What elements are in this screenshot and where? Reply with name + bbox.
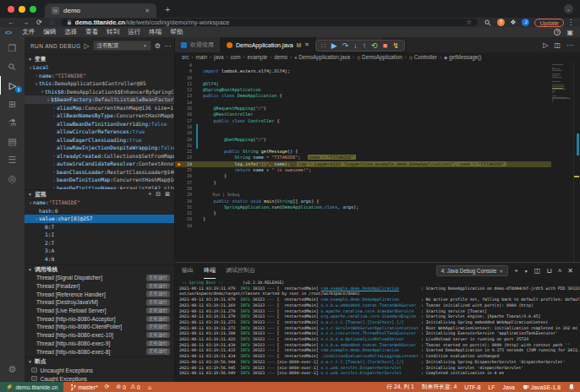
thread-row[interactable]: Thread [Finalizer]正在运行 [25,282,174,291]
explorer-icon[interactable]: ❐ [0,39,25,57]
tree-row[interactable]: ∨$$beanFactory: DefaultListableBeanFacto… [25,95,174,104]
code-editor[interactable]: 89import lombok.extern.slf4j.Slf4j;1011@… [175,61,580,262]
search-icon[interactable]: ⚲ [0,57,25,76]
tree-row[interactable]: 1: I [25,231,174,239]
sync-changes-item[interactable]: ⟳ [105,384,110,390]
layers-icon[interactable]: ☰ [0,150,25,169]
thread-row[interactable]: Thread [Live Reload Server]正在运行 [25,307,174,315]
step-over-icon[interactable]: ↷ [342,41,349,50]
reload-icon[interactable]: ⟳ [36,18,42,27]
extensions-puzzle-icon[interactable]: ❖ [510,19,516,26]
help-icon[interactable]: ? [554,29,561,35]
window-maximize-button[interactable] [30,6,36,13]
home-icon[interactable]: ⌂ [50,18,54,27]
tree-row[interactable]: allowBeanDefinitionOverriding: false [25,120,174,128]
tree-row[interactable]: hash: 0 [25,207,174,215]
thread-row[interactable]: Thread [http-nio-8080-ClientPoller]正在运行 [25,323,174,331]
browser-profile-avatar[interactable]: J [522,19,529,26]
breadcrumb-item[interactable]: demo [274,54,287,60]
hot-swap-icon[interactable]: ↯ [392,41,399,50]
layout-icon[interactable]: ▣ [566,29,573,36]
breadcrumb-item[interactable]: ◇ DemoApplication [357,54,402,60]
new-terminal-icon[interactable]: + [514,267,518,275]
browser-menu-icon[interactable]: ⋮ [567,19,574,26]
test-beaker-icon[interactable]: ⚗ [0,113,25,132]
variables-header[interactable]: ▼ 变量 [25,55,174,63]
window-close-button[interactable] [8,6,14,13]
panel-tab[interactable]: 终端 [204,263,216,279]
thread-row[interactable]: Thread [http-nio-8080-Acceptor]正在运行 [25,314,174,323]
line-number[interactable]: 13 [175,93,195,99]
add-watch-icon[interactable]: + [148,191,151,198]
step-out-icon[interactable]: ↑ [363,41,367,50]
notifications-bell-icon[interactable] [568,384,575,390]
codelens-run-debug[interactable]: Run | Debug [195,192,239,198]
line-number[interactable]: 20 [175,137,195,143]
menu-item[interactable]: 帮助 [166,28,187,36]
tree-row[interactable]: ›beanDefinitionMap: ConcurrentHashMap@14… [25,176,174,184]
maximize-panel-icon[interactable]: ˄ [558,267,562,275]
thread-row[interactable]: Thread [DestroyJavaVM]正在运行 [25,298,174,307]
editor-tab[interactable]: 欢迎使用 [175,37,221,52]
tree-row[interactable]: 2: T [25,239,174,248]
feedback-icon[interactable]: ☺ [147,384,153,390]
line-number[interactable]: 27 [175,180,195,186]
panel-tab[interactable]: 输出 [182,263,194,279]
more-actions-icon[interactable]: ⋯ [164,42,171,50]
stop-icon[interactable]: ■ [383,41,387,50]
encoding-item[interactable]: UTF-8 [464,384,480,390]
panel-tab[interactable]: 调试控制台 [226,263,255,279]
line-number[interactable]: 17 [175,118,195,124]
browser-tab[interactable]: ‹› demo ✕ [45,3,156,18]
line-number[interactable]: 19 [175,130,195,136]
split-editor-icon[interactable]: ◫ [554,41,561,49]
editor-tab[interactable]: DemoApplication.javaM✕ [221,37,316,52]
extension-avatar-icon[interactable]: T [497,19,505,26]
window-minimize-button[interactable] [19,6,25,13]
breadcrumb-item[interactable]: ● DemoApplication.java [294,54,350,60]
tree-row[interactable]: ›allBeanNamesByType: ConcurrentHashMap@1… [25,112,174,120]
tree-row[interactable]: ∨name: "TITANIDE" [25,199,174,207]
menu-item[interactable]: 运行 [123,28,145,36]
line-number[interactable]: 12 [175,87,195,93]
line-number[interactable]: 14 [175,100,195,106]
tree-row[interactable]: ∨this: DemoApplication$Controller@85 [25,79,174,88]
menu-item[interactable]: 文件 [18,28,39,36]
line-number[interactable]: 9 [175,68,195,74]
thread-row[interactable]: Thread [http-nio-8080-exec-8]正在运行 [25,347,174,356]
breakpoint-row[interactable]: Caught Exceptions [25,374,174,382]
new-tab-button[interactable]: + [165,4,170,14]
git-branch-item[interactable]: master* [70,384,97,391]
tree-row[interactable]: ›autowireCandidateResolver: ContextAnnot… [25,160,174,168]
line-number[interactable]: 30 [175,199,195,204]
breakpoints-header[interactable]: ▼ 断点 [25,357,174,366]
tree-row[interactable]: ›alreadyCreated: Collections$SetFromMap@… [25,152,174,161]
line-number[interactable]: 11 [175,81,195,87]
breadcrumb-item[interactable]: src [182,54,189,60]
tree-row[interactable]: 4: N [25,255,174,264]
gear-icon[interactable]: ⚙ [155,42,161,50]
remove-all-icon[interactable]: ⊠ [165,191,170,198]
step-into-icon[interactable]: ↓ [353,41,358,50]
drag-handle-icon[interactable]: ∷ [321,41,326,50]
tree-row[interactable]: allowRawInjectionDespiteWrapping: false [25,144,174,152]
line-number[interactable]: 26 [175,173,195,179]
line-number[interactable]: 16 [175,112,195,117]
menu-item[interactable]: 选择 [60,28,81,36]
line-number[interactable]: 22 [175,149,195,155]
remote-indicator[interactable]: ⚡ demo.titanide.cn [0,382,63,392]
menu-item[interactable]: 查看 [81,28,102,36]
editor-scrollbar[interactable] [573,61,580,262]
tree-row[interactable]: ∨value: char[8]@257 [25,215,174,223]
tree-row[interactable]: allowCircularReferences: true [25,128,174,136]
run-file-icon[interactable]: ▷ [543,41,548,49]
bookmark-star-icon[interactable]: ☆ [466,19,472,26]
close-panel-icon[interactable]: ✕ [567,267,573,275]
breadcrumb-item[interactable]: ◆ getMessage() [444,54,481,60]
thread-row[interactable]: Thread [Signal Dispatcher]正在运行 [25,274,174,282]
tab-close-icon[interactable]: ✕ [304,41,309,48]
line-number[interactable]: 23 [175,155,195,161]
eol-item[interactable]: LF [489,384,495,390]
indentation-item[interactable]: 制表符长度: 4 [422,383,457,391]
breadcrumb-item[interactable]: ◇ Controller [409,54,437,60]
